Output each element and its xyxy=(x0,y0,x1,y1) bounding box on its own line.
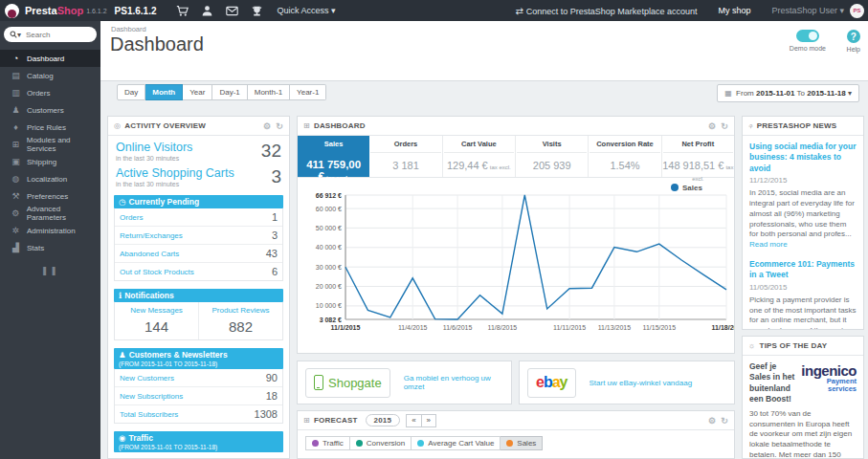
row-value: 1308 xyxy=(255,408,278,420)
out-of-stock-link[interactable]: Out of Stock Products xyxy=(120,268,194,276)
date-range-button[interactable]: ▦ From 2015-11-01 To 2015-11-18 ▾ xyxy=(717,84,859,102)
tab-day-1[interactable]: Day-1 xyxy=(212,84,247,100)
users-icon: ♟ xyxy=(9,105,23,115)
returns-link[interactable]: Return/Exchanges xyxy=(120,231,183,240)
traffic-dot-icon xyxy=(312,440,319,447)
truck-icon: ▣ xyxy=(9,157,23,166)
orders-link[interactable]: Orders xyxy=(120,213,143,222)
sidebar-item-catalog[interactable]: ▤Catalog xyxy=(0,67,100,84)
read-more-link[interactable]: Read more xyxy=(749,240,788,249)
avg-cart-dot-icon xyxy=(417,440,424,447)
sidebar-search[interactable]: ▾ xyxy=(4,27,97,42)
avatar[interactable]: PS xyxy=(850,4,864,18)
tab-year-1[interactable]: Year-1 xyxy=(290,84,326,100)
svg-text:11/15/2015: 11/15/2015 xyxy=(643,324,677,331)
refresh-icon[interactable]: ↻ xyxy=(721,416,728,426)
abandoned-carts-link[interactable]: Abandoned Carts xyxy=(120,250,179,258)
news-article: Using social media for your business: 4 … xyxy=(749,142,857,251)
table-row: New Subscriptions18 xyxy=(115,386,282,404)
year-selector[interactable]: 2015 xyxy=(366,414,401,426)
new-subscriptions-link[interactable]: New Subscriptions xyxy=(120,392,183,401)
sidebar-item-advanced-parameters[interactable]: ⚙Advanced Parameters xyxy=(0,205,100,222)
metric-conversion-rate[interactable]: Conversion Rate1.54% xyxy=(589,136,661,177)
sidebar-item-label: Stats xyxy=(27,244,44,252)
panel-title: PRESTASHOP NEWS xyxy=(757,121,837,130)
legend-average-cart-value[interactable]: Average Cart Value xyxy=(412,436,501,450)
shopgate-logo: Shopgate xyxy=(305,368,390,398)
gear-icon[interactable]: ⚙ xyxy=(708,416,716,426)
cart-icon[interactable] xyxy=(169,5,194,17)
book-icon: ▤ xyxy=(9,71,23,80)
period-tabs: Day Month Year Day-1 Month-1 Year-1 xyxy=(117,84,326,100)
collapse-menu-button[interactable]: ❚❚ xyxy=(0,266,100,275)
sidebar-item-label: Localization xyxy=(27,175,67,184)
sidebar-item-orders[interactable]: ▥Orders xyxy=(0,84,100,101)
new-customers-link[interactable]: New Customers xyxy=(120,374,174,382)
breadcrumb[interactable]: Dashboard xyxy=(111,25,146,33)
calendar-icon: ▦ xyxy=(724,89,732,98)
search-input[interactable] xyxy=(24,30,87,40)
legend-conversion[interactable]: Conversion xyxy=(350,436,412,450)
ebay-module: ebay Start uw eBay-winkel vandaag xyxy=(519,361,735,404)
prev-year-button[interactable]: « xyxy=(406,414,421,427)
active-carts-link[interactable]: Active Shopping Carts xyxy=(116,166,281,180)
tab-month-1[interactable]: Month-1 xyxy=(248,84,290,100)
prestashop-logo xyxy=(5,4,19,18)
list-icon: ▥ xyxy=(9,88,23,98)
row-value: 43 xyxy=(266,248,278,259)
new-messages-cell[interactable]: New Messages144 xyxy=(115,302,198,339)
article-title-link[interactable]: Ecommerce 101: Payments in a Tweet xyxy=(749,259,857,281)
sidebar-item-preferences[interactable]: ⚒Preferences xyxy=(0,187,100,205)
user-icon[interactable] xyxy=(194,5,219,17)
next-year-button[interactable]: » xyxy=(422,414,436,427)
article-title-link[interactable]: Using social media for your business: 4 … xyxy=(749,142,857,174)
user-menu[interactable]: PrestaShop User ▾ xyxy=(771,6,844,15)
metric-net-profit[interactable]: Net Profit148 918,51 €tax excl. xyxy=(662,136,734,177)
forecast-legend: Traffic Conversion Average Cart Value Sa… xyxy=(305,436,734,450)
product-reviews-cell[interactable]: Product Reviews882 xyxy=(198,302,282,339)
brand-name: PrestaShop xyxy=(25,5,83,16)
sidebar-item-administration[interactable]: ✲Administration xyxy=(0,222,100,239)
gear-icon[interactable]: ⚙ xyxy=(263,121,271,131)
metric-orders[interactable]: Orders3 181 xyxy=(369,136,442,177)
sidebar-item-shipping[interactable]: ▣Shipping xyxy=(0,153,100,170)
shop-version-link[interactable]: PS1.6.1.2 xyxy=(115,6,157,16)
help-label: Help xyxy=(847,46,860,53)
total-subscribers-link[interactable]: Total Subscribers xyxy=(120,410,178,419)
my-shop-link[interactable]: My shop xyxy=(718,6,750,15)
online-visitors-link[interactable]: Online Visitors xyxy=(116,141,281,154)
row-value: 90 xyxy=(266,372,278,383)
tab-day[interactable]: Day xyxy=(117,84,145,100)
trophy-icon[interactable] xyxy=(244,5,269,17)
gear-icon[interactable]: ⚙ xyxy=(708,121,716,131)
svg-text:Sales: Sales xyxy=(682,184,702,192)
sidebar-item-modules[interactable]: ⊞Modules and Services xyxy=(0,136,100,153)
sidebar-item-customers[interactable]: ♟Customers xyxy=(0,101,100,119)
legend-sales[interactable]: Sales xyxy=(501,436,543,450)
quick-access-menu[interactable]: Quick Access ▾ xyxy=(277,6,335,15)
metric-visits[interactable]: Visits205 939 xyxy=(516,136,589,177)
tab-year[interactable]: Year xyxy=(183,84,212,100)
marketplace-link[interactable]: ⇄Connect to PrestaShop Marketplace accou… xyxy=(515,6,697,16)
shopgate-link[interactable]: Ga mobiel en verhoog uw omzet xyxy=(404,374,511,391)
top-bar: PrestaShop 1.6.1.2 PS1.6.1.2 Quick Acces… xyxy=(0,0,868,21)
refresh-icon[interactable]: ↻ xyxy=(276,121,283,131)
ebay-link[interactable]: Start uw eBay-winkel vandaag xyxy=(590,379,693,387)
refresh-icon[interactable]: ↻ xyxy=(721,121,728,131)
demo-mode-toggle[interactable] xyxy=(796,30,819,42)
sidebar-item-stats[interactable]: ▟Stats xyxy=(0,239,100,256)
sidebar-item-dashboard[interactable]: ◔Dashboard xyxy=(0,50,100,67)
sidebar-item-price-rules[interactable]: ♦Price Rules xyxy=(0,119,100,136)
legend-traffic[interactable]: Traffic xyxy=(305,436,350,450)
help-icon[interactable]: ? xyxy=(847,30,860,43)
kpi-value: 32 xyxy=(261,141,281,162)
svg-text:3 082 €: 3 082 € xyxy=(320,317,342,323)
sidebar-item-label: Advanced Parameters xyxy=(27,205,100,222)
sidebar-item-localization[interactable]: ◍Localization xyxy=(0,170,100,187)
puzzle-icon: ⊞ xyxy=(9,140,23,149)
metric-sales[interactable]: Sales411 759,00 €tax excl. xyxy=(298,136,369,177)
envelope-icon[interactable] xyxy=(219,5,244,17)
tab-month[interactable]: Month xyxy=(145,84,183,100)
svg-text:11/4/2015: 11/4/2015 xyxy=(398,324,428,331)
metric-cart-value[interactable]: Cart Value129,44 €tax excl. xyxy=(443,136,516,177)
